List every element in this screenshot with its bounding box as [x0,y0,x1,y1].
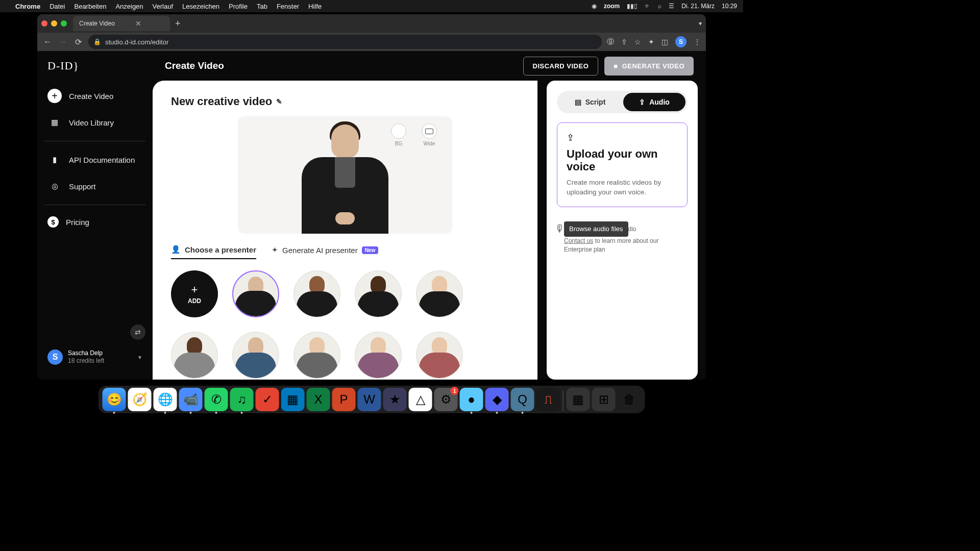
sparkle-icon: ✦ [272,245,278,255]
battery-icon[interactable]: ▮▮▯ [627,3,638,10]
video-title-row[interactable]: New creative video ✎ [171,95,519,108]
pencil-icon[interactable]: ✎ [276,97,282,106]
dollar-icon: $ [47,216,59,228]
menu-hilfe[interactable]: Hilfe [308,3,322,10]
dock-app-blue[interactable]: ● [460,388,483,411]
circle-icon [391,123,406,139]
sidebar-item-label: API Documentation [69,156,135,164]
wide-option[interactable]: Wide [422,123,437,146]
dock-todoist[interactable]: ✓ [256,388,279,411]
app-root: D-ID} + Create Video ▦ Video Library ▮ A… [37,51,706,380]
sidebar-item-support[interactable]: ◎ Support [37,173,153,199]
dock-trash[interactable]: 🗑 [618,388,641,411]
dock-spotify[interactable]: ♫ [230,388,254,411]
dock-settings[interactable]: ⚙1 [434,388,458,411]
zoom-label[interactable]: zoom [604,3,620,10]
dock-whatsapp[interactable]: ✆ [205,388,228,411]
sidebar-item-create-video[interactable]: + Create Video [37,83,153,109]
tabs-dropdown-icon[interactable]: ▾ [699,20,702,27]
dock-imovie[interactable]: ★ [383,388,407,411]
dock-safari[interactable]: 🧭 [128,388,152,411]
presenter-option[interactable]: HQ [416,270,463,317]
menubar-time[interactable]: 10:29 [722,3,737,10]
record-icon[interactable]: ◉ [592,3,597,10]
control-center-icon[interactable]: ☰ [669,3,674,10]
tab-generate-ai-presenter[interactable]: ✦ Generate AI presenter New [272,245,378,259]
tab-choose-presenter[interactable]: 👤 Choose a presenter [171,245,256,259]
upload-voice-box[interactable]: ⇪ Upload your own voice Create more real… [557,122,688,207]
presenter-option[interactable] [355,332,402,379]
presenter-option[interactable] [171,332,218,379]
sidebar-item-api-docs[interactable]: ▮ API Documentation [37,146,153,173]
generate-video-button[interactable]: ■ GENERATE VIDEO [604,57,694,76]
presenter-option[interactable] [416,332,463,379]
close-tab-icon[interactable]: ✕ [135,19,141,28]
address-bar: ← → ⟳ 🔒 studio.d-id.com/editor ⓖ ⇪ ☆ ✦ ◫… [37,33,706,51]
extensions-icon[interactable]: ✦ [648,38,654,46]
wifi-icon[interactable]: ᯤ [645,3,651,10]
menu-datei[interactable]: Datei [50,3,65,10]
add-presenter-button[interactable]: + ADD [171,270,218,317]
minimize-window-button[interactable] [51,20,57,27]
dock-audio-app[interactable]: ⎍ [536,388,560,411]
profile-avatar[interactable]: S [675,36,687,47]
dock-launchpad[interactable]: ⊞ [592,388,616,411]
bookmark-icon[interactable]: ☆ [634,38,641,46]
sidebar-item-video-library[interactable]: ▦ Video Library [37,109,153,136]
bg-option[interactable]: BG [391,123,406,146]
dock-chrome[interactable]: 🌐 [154,388,177,411]
document-icon: ▮ [47,153,62,167]
share-icon[interactable]: ⇪ [621,38,627,46]
gtranslate-icon[interactable]: ⓖ [607,37,614,46]
logo[interactable]: D-ID} [37,59,153,83]
upload-icon: ⇪ [567,132,678,143]
menu-profile[interactable]: Profile [229,3,248,10]
dock-finder[interactable]: 😊 [103,388,126,411]
lifebuoy-icon: ◎ [47,179,62,193]
dock-zoom[interactable]: 📹 [179,388,203,411]
menu-fenster[interactable]: Fenster [277,3,299,10]
chrome-window: Create Video ✕ + ▾ ← → ⟳ 🔒 studio.d-id.c… [37,14,706,380]
sidebar-item-pricing[interactable]: $ Pricing [37,210,153,234]
menu-anzeigen[interactable]: Anzeigen [115,3,143,10]
presenter-option[interactable] [293,332,340,379]
url-input[interactable]: 🔒 studio.d-id.com/editor [88,35,602,49]
dock-quicktime[interactable]: Q [511,388,534,411]
menu-bearbeiten[interactable]: Bearbeiten [74,3,106,10]
dock-powerpoint[interactable]: P [332,388,356,411]
browse-audio-tooltip[interactable]: Browse audio files [564,221,628,237]
collapse-sidebar-button[interactable]: ⇄ [130,324,145,340]
maximize-window-button[interactable] [61,20,67,27]
discard-video-button[interactable]: DISCARD VIDEO [523,57,599,76]
search-icon[interactable]: ⌕ [658,3,662,10]
dock-discord[interactable]: ◆ [485,388,509,411]
chrome-menu-icon[interactable]: ⋮ [694,38,701,46]
browser-tab[interactable]: Create Video ✕ [73,16,170,31]
sidepanel-icon[interactable]: ◫ [662,38,668,46]
presenter-option[interactable] [232,332,279,379]
dock-calculator[interactable]: ▦ [567,388,590,411]
presenter-option[interactable]: HQ [355,270,402,317]
presenter-option[interactable]: HQ [232,270,279,317]
menu-lesezeichen[interactable]: Lesezeichen [182,3,219,10]
sidebar-item-label: Video Library [69,118,114,127]
dock-excel[interactable]: X [307,388,330,411]
new-tab-button[interactable]: + [175,18,181,29]
menubar-app[interactable]: Chrome [15,3,40,10]
microphone-icon: 🎙 [555,221,565,236]
presenter-option[interactable]: HQ [293,270,340,317]
tab-script[interactable]: ▤ Script [559,93,621,111]
user-menu[interactable]: S Sascha Delp 18 credits left ▼ [37,343,153,371]
reload-button[interactable]: ⟳ [73,37,83,47]
sidebar-item-label: Pricing [66,218,89,227]
dock-drive[interactable]: △ [409,388,432,411]
menu-verlauf[interactable]: Verlauf [153,3,173,10]
close-window-button[interactable] [41,20,47,27]
menu-tab[interactable]: Tab [257,3,267,10]
dock-word[interactable]: W [358,388,381,411]
contact-us-link[interactable]: Contact us [564,237,593,244]
dock-trello[interactable]: ▦ [281,388,305,411]
menubar-date[interactable]: Di. 21. März [681,3,715,10]
back-button[interactable]: ← [42,37,53,46]
tab-audio[interactable]: ⇪ Audio [623,93,685,111]
